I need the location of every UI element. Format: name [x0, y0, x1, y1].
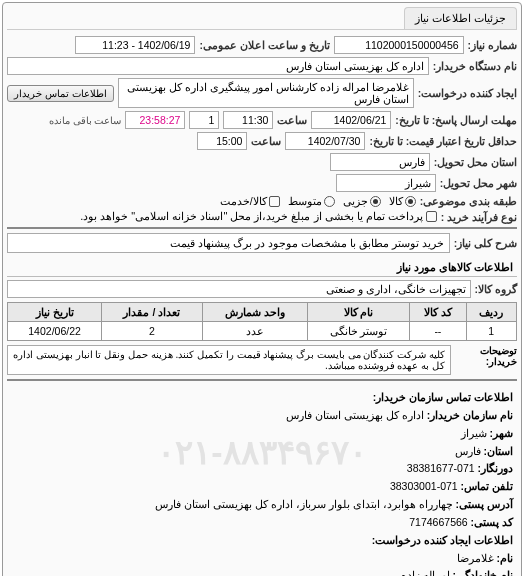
label-contact-orgname: نام سازمان خریدار: — [427, 409, 513, 421]
label-contact-fax: دورنگار: — [478, 462, 514, 474]
cell-name: توستر خانگی — [307, 322, 409, 341]
checkbox-empty-icon — [426, 211, 437, 222]
field-goods-group: تجهیزات خانگی، اداری و صنعتی — [7, 280, 471, 298]
text-creator-name: غلامرضا — [457, 552, 494, 564]
field-announce: 1402/06/19 - 11:23 — [75, 36, 195, 54]
label-contact-phone: تلفن تماس: — [461, 480, 513, 492]
field-need-title: خرید توستر مطابق با مشخصات موجود در برگ … — [7, 233, 450, 253]
cell-row: 1 — [466, 322, 516, 341]
contact-block: ۰۲۱-۸۸۳۴۹۶۷۰ اطلاعات تماس سازمان خریدار:… — [7, 389, 517, 576]
field-validity-date: 1402/07/30 — [285, 132, 365, 150]
label-contact-zip: کد پستی: — [471, 516, 513, 528]
radio-dot-icon — [405, 196, 416, 207]
field-city: شیراز — [336, 174, 436, 192]
cell-qty: 2 — [102, 322, 202, 341]
label-city: شهر محل تحویل: — [440, 177, 517, 189]
label-contact-city: شهر: — [490, 427, 514, 439]
label-need-title: شرح کلی نیاز: — [454, 237, 517, 249]
section-creator-title: اطلاعات ایجاد کننده درخواست: — [372, 534, 513, 546]
section-goods-title: اطلاعات کالاهای مورد نیاز — [7, 259, 517, 277]
label-goods-group: گروه کالا: — [475, 283, 517, 295]
checkbox-empty-icon — [269, 196, 280, 207]
field-creator: غلامرضا امراله زاده کارشناس امور پیشگیری… — [118, 78, 414, 108]
cell-code: -- — [410, 322, 466, 341]
label-announce: تاریخ و ساعت اعلان عمومی: — [199, 39, 329, 51]
col-date: تاریخ نیاز — [8, 303, 102, 322]
label-province: استان محل تحویل: — [434, 156, 517, 168]
text-contact-province: فارس — [455, 445, 481, 457]
text-contact-orgname: اداره کل بهزیستی استان فارس — [286, 409, 424, 421]
col-row: ردیف — [466, 303, 516, 322]
text-contact-fax: 071-38381677 — [407, 462, 475, 474]
text-contact-zip: 7174667566 — [409, 516, 467, 528]
tab-request-details[interactable]: جزئیات اطلاعات نیاز — [404, 7, 517, 29]
label-creator-surname: نام خانوادگی: — [453, 569, 513, 576]
label-process: نوع فرآیند خرید : — [441, 211, 517, 223]
col-name: نام کالا — [307, 303, 409, 322]
label-time2: ساعت — [251, 135, 281, 147]
label-creator-name: نام: — [497, 552, 514, 564]
field-deadline-date: 1402/06/21 — [311, 111, 391, 129]
field-req-number: 1102000150000456 — [334, 36, 464, 54]
col-qty: تعداد / مقدار — [102, 303, 202, 322]
field-deadline-time: 11:30 — [223, 111, 273, 129]
field-buyer-explain: کلیه شرکت کنندگان می بایست برگ پیشنهاد ق… — [7, 345, 451, 375]
goods-table: ردیف کد کالا نام کالا واحد شمارش تعداد /… — [7, 302, 517, 341]
label-contact-address: آدرس پستی: — [456, 498, 513, 510]
label-validity: حداقل تاریخ اعتبار قیمت: تا تاریخ: — [369, 135, 517, 147]
col-code: کد کالا — [410, 303, 466, 322]
radio-jozi[interactable]: جزیی — [343, 195, 381, 207]
radio-kala[interactable]: کالا — [389, 195, 416, 207]
field-countdown: 23:58:27 — [125, 111, 185, 129]
label-time: ساعت — [277, 114, 307, 126]
field-days: 1 — [189, 111, 219, 129]
label-deadline-reply: مهلت ارسال پاسخ: تا تاریخ: — [395, 114, 517, 126]
field-validity-time: 15:00 — [197, 132, 247, 150]
radio-dot-icon — [370, 196, 381, 207]
text-contact-phone: 071-38303001 — [390, 480, 458, 492]
text-process: پرداخت تمام یا بخشی از مبلغ خرید،از محل … — [80, 210, 423, 223]
buyer-contact-button[interactable]: اطلاعات تماس خریدار — [7, 85, 114, 102]
cell-date: 1402/06/22 — [8, 322, 102, 341]
label-creator: ایجاد کننده درخواست: — [418, 87, 517, 99]
label-contact-province: استان: — [484, 445, 514, 457]
field-province: فارس — [330, 153, 430, 171]
check-kala-khedmat[interactable]: کالا/خدمت — [220, 195, 280, 207]
label-remaining: ساعت باقی مانده — [49, 115, 122, 126]
label-org: نام دستگاه خریدار: — [433, 60, 517, 72]
text-contact-address: چهارراه هوابرد، ابتدای بلوار سرباز، ادار… — [155, 498, 452, 510]
field-org: اداره کل بهزیستی استان فارس — [7, 57, 429, 75]
col-unit: واحد شمارش — [202, 303, 307, 322]
radio-empty-icon — [324, 196, 335, 207]
label-req-number: شماره نیاز: — [468, 39, 517, 51]
text-creator-surname: امراله زاده — [401, 569, 450, 576]
label-classification: طبقه بندی موضوعی: — [420, 195, 517, 207]
radio-motevasset[interactable]: متوسط — [288, 195, 335, 207]
radio-group-classification: کالا جزیی متوسط کالا/خدمت — [220, 195, 416, 207]
label-buyer-explain: توضیحات خریدار: — [480, 345, 517, 367]
section-contact-title: اطلاعات تماس سازمان خریدار: — [373, 391, 513, 403]
cell-unit: عدد — [202, 322, 307, 341]
table-row: 1 -- توستر خانگی عدد 2 1402/06/22 — [8, 322, 517, 341]
text-contact-city: شیراز — [461, 427, 487, 439]
check-process[interactable]: پرداخت تمام یا بخشی از مبلغ خرید،از محل … — [80, 210, 437, 223]
